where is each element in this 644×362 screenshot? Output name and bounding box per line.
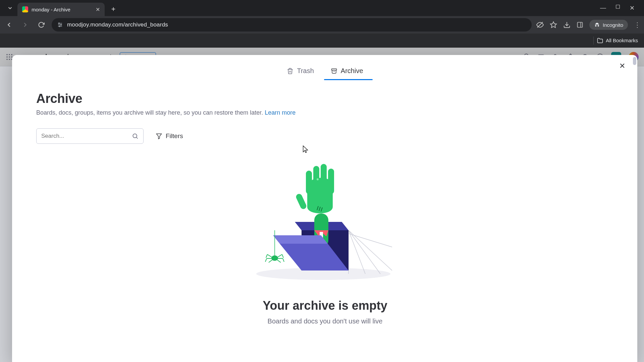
browser-chrome: monday - Archive ✕ — ✕ moodjoy.monday.co… — [0, 0, 644, 48]
empty-subtitle: Boards and docs you don't use will live — [268, 317, 383, 325]
svg-line-60 — [267, 254, 272, 257]
tab-archive-label: Archive — [341, 67, 363, 75]
bookmark-star-icon[interactable] — [550, 21, 557, 28]
svg-line-68 — [269, 260, 272, 262]
address-bar: moodjoy.monday.com/archived_boards Incog… — [0, 16, 644, 34]
archive-modal: ✕ Trash Archive Archive Boards, docs, gr… — [12, 55, 637, 362]
empty-state: Your archive is empty Boards and docs yo… — [36, 163, 614, 325]
svg-point-6 — [59, 23, 60, 24]
browser-menu-button[interactable]: ⋮ — [634, 21, 641, 29]
svg-line-42 — [348, 230, 365, 274]
svg-line-40 — [348, 230, 392, 270]
forward-button[interactable] — [19, 19, 31, 31]
svg-line-63 — [265, 258, 267, 262]
search-icon — [132, 133, 139, 139]
filter-icon — [156, 133, 162, 139]
url-box[interactable]: moodjoy.monday.com/archived_boards — [52, 18, 532, 32]
window-controls: — ✕ — [600, 4, 641, 12]
side-panel-icon[interactable] — [577, 21, 583, 28]
site-settings-icon — [57, 22, 63, 28]
filters-label: Filters — [166, 132, 183, 140]
page-subtitle: Boards, docs, groups, items you archive … — [36, 109, 614, 116]
all-bookmarks-button[interactable]: All Bookmarks — [597, 38, 638, 44]
svg-rect-51 — [313, 166, 319, 194]
svg-rect-52 — [321, 164, 327, 194]
reload-button[interactable] — [36, 19, 47, 31]
search-input[interactable] — [41, 133, 128, 139]
maximize-button[interactable] — [615, 4, 620, 12]
tab-trash[interactable]: Trash — [280, 63, 320, 79]
trash-archive-tabs: Trash Archive — [36, 63, 614, 79]
back-button[interactable] — [3, 19, 15, 31]
close-modal-button[interactable]: ✕ — [617, 61, 627, 71]
learn-more-link[interactable]: Learn more — [265, 109, 296, 116]
svg-marker-10 — [550, 22, 556, 27]
all-bookmarks-label: All Bookmarks — [606, 38, 638, 43]
url-text: moodjoy.monday.com/archived_boards — [67, 21, 168, 28]
svg-marker-57 — [273, 235, 328, 244]
incognito-label: Incognito — [603, 22, 623, 28]
svg-point-36 — [133, 134, 137, 138]
incognito-chip[interactable]: Incognito — [589, 20, 628, 30]
svg-rect-53 — [328, 169, 334, 194]
svg-rect-50 — [306, 171, 312, 194]
svg-point-55 — [317, 178, 319, 180]
svg-point-8 — [59, 26, 60, 27]
minimize-button[interactable]: — — [600, 4, 606, 12]
svg-rect-2 — [616, 5, 620, 9]
tab-archive[interactable]: Archive — [324, 63, 370, 79]
svg-line-61 — [266, 254, 267, 258]
empty-illustration — [248, 163, 402, 284]
tracking-icon[interactable] — [536, 21, 544, 28]
tab-strip: monday - Archive ✕ — ✕ — [0, 0, 644, 16]
svg-rect-54 — [295, 193, 308, 210]
tab-trash-label: Trash — [297, 67, 314, 75]
subtitle-text: Boards, docs, groups, items you archive … — [36, 109, 265, 116]
empty-title: Your archive is empty — [263, 299, 387, 313]
scrollbar-thumb[interactable] — [633, 57, 636, 65]
filters-button[interactable]: Filters — [156, 132, 183, 140]
svg-line-64 — [278, 254, 282, 257]
search-box[interactable] — [36, 128, 144, 144]
modal-content: Trash Archive Archive Boards, docs, grou… — [12, 55, 637, 362]
svg-line-43 — [348, 230, 380, 274]
svg-line-65 — [282, 254, 283, 258]
bookmarks-bar: All Bookmarks — [0, 34, 644, 48]
address-bar-actions: Incognito ⋮ — [536, 20, 641, 30]
svg-line-37 — [137, 137, 138, 139]
monday-favicon — [22, 6, 28, 12]
svg-point-59 — [272, 256, 278, 260]
toolbar: Filters — [36, 128, 614, 144]
modal-scrollbar[interactable] — [631, 55, 637, 362]
downloads-icon[interactable] — [563, 21, 571, 28]
app-shell: monday work management See plans M ✕ Tra — [0, 48, 644, 362]
svg-rect-12 — [578, 22, 583, 27]
tab-search-button[interactable] — [5, 3, 15, 13]
svg-line-69 — [277, 260, 281, 262]
tab-title: monday - Archive — [32, 7, 92, 12]
svg-point-7 — [61, 24, 62, 25]
trash-icon — [287, 68, 293, 74]
close-tab-icon[interactable]: ✕ — [96, 6, 100, 13]
page-title: Archive — [36, 92, 614, 106]
incognito-icon — [594, 22, 600, 28]
svg-line-44 — [348, 234, 392, 247]
new-tab-button[interactable] — [108, 4, 119, 14]
browser-tab-active[interactable]: monday - Archive ✕ — [17, 3, 105, 16]
svg-marker-38 — [157, 134, 162, 139]
folder-icon — [597, 38, 603, 44]
svg-rect-34 — [331, 69, 336, 70]
close-window-button[interactable]: ✕ — [630, 4, 635, 12]
archive-icon — [331, 68, 337, 74]
svg-line-67 — [283, 258, 284, 262]
